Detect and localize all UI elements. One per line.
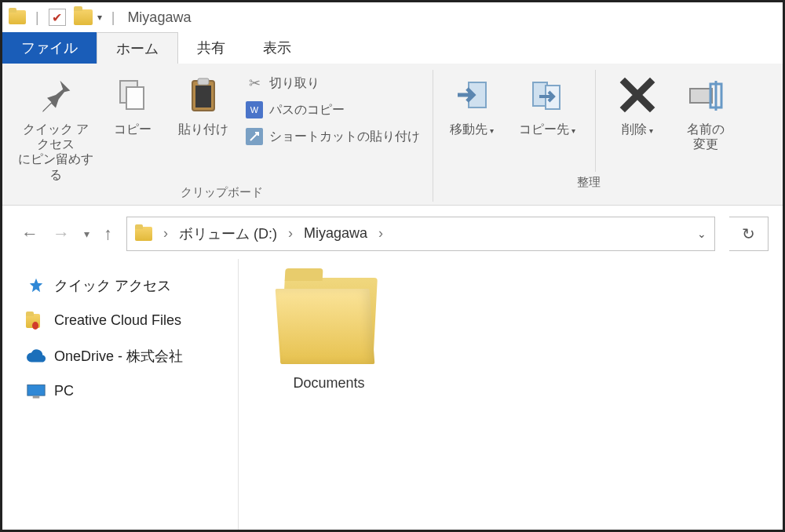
pin-icon	[38, 73, 73, 117]
ribbon-group-organize: 移動先 ▾ コピー先 ▾	[433, 70, 743, 202]
breadcrumb-dropdown-icon[interactable]: ⌄	[697, 228, 706, 240]
title-separator-2: |	[111, 9, 115, 26]
app-folder-icon	[9, 10, 26, 24]
svg-rect-3	[195, 86, 211, 107]
copy-path-icon: W	[246, 101, 263, 118]
breadcrumb[interactable]: › ボリューム (D:) › Miyagawa › ⌄	[126, 217, 715, 251]
breadcrumb-folder-icon	[135, 227, 152, 241]
breadcrumb-seg-volume[interactable]: ボリューム (D:)	[179, 224, 277, 243]
paste-shortcut-icon	[246, 128, 263, 145]
chevron-right-icon: ›	[375, 225, 386, 242]
ribbon-tab-strip: ファイル ホーム 共有 表示	[2, 32, 783, 64]
qat-properties-icon[interactable]: ✔	[49, 9, 66, 26]
qat-dropdown-icon[interactable]: ▾	[97, 12, 102, 23]
move-to-button[interactable]: 移動先 ▾	[440, 70, 504, 137]
copy-to-button[interactable]: コピー先 ▾	[513, 70, 581, 137]
title-bar: | ✔ ▾ | Miyagawa	[2, 2, 783, 32]
svg-rect-1	[126, 87, 144, 109]
cut-button[interactable]: ✂ 切り取り	[246, 75, 426, 92]
nav-forward-button[interactable]: →	[53, 224, 70, 244]
paste-clipboard-icon	[184, 73, 222, 117]
ribbon-group-clipboard: クイック アクセス にピン留めする コピー	[10, 70, 433, 202]
ribbon: クイック アクセス にピン留めする コピー	[2, 64, 783, 206]
pc-monitor-icon	[26, 383, 46, 400]
svg-rect-11	[27, 384, 45, 395]
nav-item-quick-access[interactable]: クイック アクセス	[12, 276, 228, 295]
move-to-icon	[453, 73, 491, 117]
svg-rect-12	[33, 396, 40, 399]
paste-button[interactable]: 貼り付け	[170, 70, 236, 137]
title-separator: |	[35, 9, 39, 26]
paste-shortcut-button[interactable]: ショートカットの貼り付け	[246, 128, 426, 145]
ribbon-group-title-organize: 整理	[577, 175, 601, 191]
delete-button[interactable]: 削除 ▾	[610, 70, 665, 137]
pin-to-quickaccess-button[interactable]: クイック アクセス にピン留めする	[16, 70, 95, 182]
chevron-right-icon: ›	[160, 225, 171, 242]
tab-share[interactable]: 共有	[178, 32, 244, 64]
chevron-right-icon: ›	[285, 225, 296, 242]
rename-button[interactable]: 名前の 変更	[674, 70, 737, 151]
clipboard-small-buttons: ✂ 切り取り W パスのコピー ショートカットの貼り付け	[246, 70, 426, 145]
window-title: Miyagawa	[127, 9, 191, 26]
svg-rect-4	[198, 78, 209, 85]
tab-file[interactable]: ファイル	[2, 32, 97, 64]
navigation-pane: クイック アクセス Creative Cloud Files OneDrive …	[2, 259, 238, 530]
folder-large-icon	[278, 278, 380, 364]
creative-cloud-icon	[26, 312, 46, 330]
file-list-pane[interactable]: Documents	[239, 259, 783, 530]
content-area: クイック アクセス Creative Cloud Files OneDrive …	[2, 259, 783, 530]
scissors-icon: ✂	[246, 75, 263, 92]
ribbon-divider	[595, 70, 596, 172]
quick-access-star-icon	[26, 277, 46, 294]
svg-rect-8	[690, 89, 712, 103]
folder-item-documents[interactable]: Documents	[262, 278, 396, 392]
nav-back-button[interactable]: ←	[21, 224, 38, 244]
ribbon-group-title-clipboard: クリップボード	[181, 185, 263, 202]
onedrive-cloud-icon	[26, 348, 46, 365]
nav-item-creative-cloud[interactable]: Creative Cloud Files	[12, 312, 228, 330]
copy-to-icon	[528, 73, 566, 117]
qat-newfolder-icon[interactable]	[74, 9, 93, 25]
copy-path-button[interactable]: W パスのコピー	[246, 101, 426, 118]
tab-view[interactable]: 表示	[244, 32, 310, 64]
refresh-icon: ↻	[742, 224, 755, 243]
nav-item-onedrive[interactable]: OneDrive - 株式会社	[12, 347, 228, 366]
breadcrumb-seg-folder[interactable]: Miyagawa	[304, 225, 367, 242]
copy-icon	[114, 73, 152, 117]
explorer-window: | ✔ ▾ | Miyagawa ファイル ホーム 共有 表示 クイック アクセ…	[0, 0, 785, 532]
nav-up-button[interactable]: ↑	[104, 224, 112, 244]
nav-item-pc[interactable]: PC	[12, 383, 228, 400]
navigation-bar: ← → ▾ ↑ › ボリューム (D:) › Miyagawa › ⌄ ↻	[2, 206, 783, 259]
copy-button[interactable]: コピー	[104, 70, 161, 137]
refresh-button[interactable]: ↻	[729, 217, 769, 251]
delete-x-icon	[619, 73, 656, 117]
rename-icon	[687, 73, 725, 117]
folder-label: Documents	[293, 375, 364, 392]
tab-home[interactable]: ホーム	[97, 32, 178, 64]
nav-recent-dropdown[interactable]: ▾	[84, 228, 89, 240]
